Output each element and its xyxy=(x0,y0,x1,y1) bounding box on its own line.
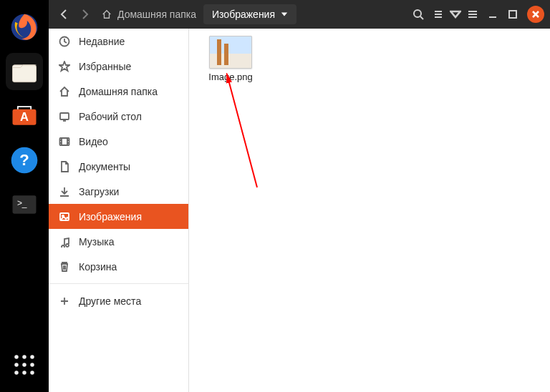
dock-software[interactable]: A xyxy=(6,97,43,134)
sidebar-item-label: Загрузки xyxy=(79,186,119,197)
sidebar-item-pictures[interactable]: Изображения xyxy=(49,204,188,229)
svg-point-17 xyxy=(414,10,421,17)
dock-help[interactable]: ? xyxy=(6,142,43,179)
star-icon xyxy=(59,61,70,72)
nav-back-button[interactable] xyxy=(54,4,74,24)
svg-line-24 xyxy=(228,77,257,187)
download-icon xyxy=(59,186,70,197)
music-icon xyxy=(59,236,70,248)
file-name-label: Image.png xyxy=(208,72,252,82)
svg-rect-20 xyxy=(60,113,69,119)
svg-point-15 xyxy=(22,371,26,375)
breadcrumb-current-label: Изображения xyxy=(212,9,275,20)
image-icon xyxy=(59,211,70,222)
sidebar-item-label: Изображения xyxy=(79,211,142,222)
sidebar-item-label: Избранные xyxy=(79,61,131,72)
hamburger-menu-button[interactable] xyxy=(463,4,483,24)
view-list-button[interactable] xyxy=(428,4,448,24)
files-window: Домашняя папка Изображения xyxy=(49,0,550,392)
plus-icon xyxy=(59,295,70,307)
dock-files[interactable] xyxy=(6,53,43,90)
video-icon xyxy=(59,136,70,147)
breadcrumb-home[interactable]: Домашняя папка xyxy=(95,4,203,24)
breadcrumb-current[interactable]: Изображения xyxy=(203,4,296,24)
sidebar-item-label: Корзина xyxy=(79,261,117,273)
home-icon xyxy=(59,86,70,97)
sidebar-item-label: Документы xyxy=(79,161,130,172)
sidebar-divider xyxy=(49,283,188,284)
annotation-arrow xyxy=(225,73,268,195)
svg-point-16 xyxy=(30,371,34,375)
header-bar: Домашняя папка Изображения xyxy=(49,0,550,29)
svg-point-8 xyxy=(14,355,19,359)
trash-icon xyxy=(59,261,70,273)
sidebar-item-downloads[interactable]: Загрузки xyxy=(49,179,188,204)
svg-text:A: A xyxy=(20,110,29,123)
nav-forward-button[interactable] xyxy=(74,4,95,24)
sidebar: Недавние Избранные Домашняя папка Рабочи… xyxy=(49,29,189,392)
clock-icon xyxy=(59,36,70,47)
sidebar-item-label: Видео xyxy=(79,136,108,147)
sidebar-item-label: Домашняя папка xyxy=(79,86,158,97)
sidebar-item-videos[interactable]: Видео xyxy=(49,129,188,154)
sidebar-item-home[interactable]: Домашняя папка xyxy=(49,79,188,104)
sidebar-item-label: Рабочий стол xyxy=(79,111,142,122)
dock-firefox[interactable] xyxy=(6,9,43,46)
file-browser-content[interactable]: Image.png xyxy=(189,29,550,392)
svg-point-13 xyxy=(30,363,34,367)
window-close-button[interactable] xyxy=(527,6,544,23)
svg-text:?: ? xyxy=(19,151,29,169)
ubuntu-dock: A ? >_ xyxy=(0,0,49,392)
svg-point-12 xyxy=(22,363,26,367)
svg-point-14 xyxy=(14,371,19,375)
sidebar-item-desktop[interactable]: Рабочий стол xyxy=(49,104,188,129)
dock-terminal[interactable]: >_ xyxy=(6,186,43,223)
sidebar-item-label: Недавние xyxy=(79,36,125,47)
window-minimize-button[interactable] xyxy=(483,4,503,24)
file-item[interactable]: Image.png xyxy=(202,36,259,82)
sidebar-item-documents[interactable]: Документы xyxy=(49,154,188,179)
search-button[interactable] xyxy=(408,4,428,24)
svg-point-11 xyxy=(14,363,19,367)
dock-show-applications[interactable] xyxy=(6,346,43,383)
svg-rect-18 xyxy=(509,11,516,18)
sidebar-item-starred[interactable]: Избранные xyxy=(49,54,188,79)
svg-point-9 xyxy=(22,355,26,359)
sidebar-item-other-places[interactable]: Другие места xyxy=(49,288,188,313)
sidebar-item-label: Музыка xyxy=(79,236,115,248)
document-icon xyxy=(59,161,70,172)
sidebar-item-trash[interactable]: Корзина xyxy=(49,254,188,279)
view-dropdown-button[interactable] xyxy=(448,4,463,24)
svg-point-10 xyxy=(30,355,34,359)
sidebar-item-recent[interactable]: Недавние xyxy=(49,29,188,54)
file-thumbnail xyxy=(209,36,252,69)
sidebar-item-label: Другие места xyxy=(79,295,141,307)
window-maximize-button[interactable] xyxy=(503,4,523,24)
breadcrumb-home-label: Домашняя папка xyxy=(117,9,196,20)
svg-text:>_: >_ xyxy=(17,198,27,208)
sidebar-item-music[interactable]: Музыка xyxy=(49,229,188,254)
desktop-icon xyxy=(59,111,70,122)
